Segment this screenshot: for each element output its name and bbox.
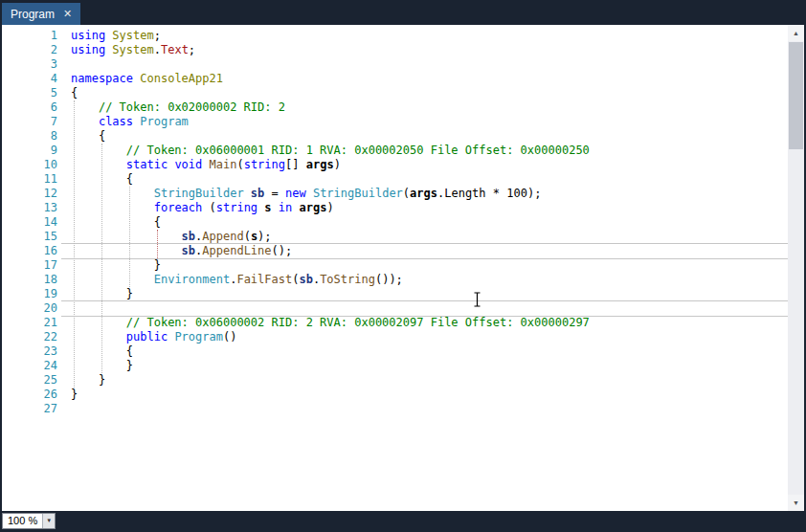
line-number: 19 [2,287,57,301]
line-number: 3 [2,57,57,72]
line-number: 1 [2,29,57,43]
code-line[interactable]: StringBuilder sb = new StringBuilder(arg… [71,187,788,201]
code-line[interactable]: { [71,86,788,100]
line-number: 2 [2,43,57,57]
code-line[interactable]: } [71,287,788,301]
line-number: 27 [2,402,57,416]
line-number-gutter: 1234567891011121314151617181920212223242… [2,29,57,416]
code-line[interactable]: namespace ConsoleApp21 [71,72,788,86]
code-line[interactable]: } [71,258,788,273]
code-line[interactable]: using System; [71,29,788,43]
code-line[interactable]: static void Main(string[] args) [71,158,788,172]
code-line[interactable]: } [71,373,788,388]
line-number: 25 [2,373,57,388]
tab-bar: Program ✕ [0,0,806,25]
vertical-scrollbar[interactable]: ▲ ▼ [788,25,804,511]
code-line[interactable]: } [71,388,788,402]
code-line[interactable]: Environment.FailFast(sb.ToString()); [71,273,788,287]
chevron-down-icon[interactable]: ▼ [42,514,55,528]
line-number: 11 [2,172,57,187]
line-number: 5 [2,86,57,100]
line-number: 13 [2,201,57,215]
scroll-down-icon[interactable]: ▼ [788,495,804,511]
code-line[interactable]: // Token: 0x06000002 RID: 2 RVA: 0x00002… [71,316,788,330]
code-line[interactable]: { [71,215,788,230]
code-line[interactable] [71,57,788,72]
code-line[interactable]: { [71,344,788,359]
status-bar: 100 % ▼ [0,511,806,532]
line-number: 4 [2,72,57,86]
line-number: 6 [2,100,57,115]
line-number: 12 [2,187,57,201]
line-number: 14 [2,215,57,230]
code-line[interactable]: // Token: 0x02000002 RID: 2 [71,100,788,115]
tab-title: Program [11,8,55,21]
line-number: 16 [2,244,57,258]
scrollbar-thumb[interactable] [789,42,803,149]
code-line[interactable]: class Program [71,115,788,129]
line-number: 22 [2,330,57,344]
line-number: 20 [2,301,57,316]
line-number: 26 [2,388,57,402]
code-line[interactable]: { [71,129,788,144]
zoom-level-value: 100 % [3,514,42,528]
code-line[interactable]: sb.Append(s); [71,230,788,244]
line-number: 8 [2,129,57,144]
line-number: 10 [2,158,57,172]
code-line[interactable]: } [71,359,788,373]
code-line[interactable]: { [71,172,788,187]
line-number: 17 [2,258,57,273]
code-line[interactable]: foreach (string s in args) [71,201,788,215]
code-line[interactable]: sb.AppendLine(); [71,244,788,258]
line-number: 21 [2,316,57,330]
line-number: 9 [2,144,57,158]
line-number: 18 [2,273,57,287]
code-line[interactable] [71,301,788,316]
zoom-dropdown[interactable]: 100 % ▼ [2,513,56,529]
line-number: 23 [2,344,57,359]
code-line[interactable]: public Program() [71,330,788,344]
line-number: 15 [2,230,57,244]
tab-program[interactable]: Program ✕ [2,3,80,25]
code-line[interactable] [71,402,788,416]
line-number: 7 [2,115,57,129]
close-icon[interactable]: ✕ [63,9,72,19]
scroll-up-icon[interactable]: ▲ [788,25,804,41]
line-number: 24 [2,359,57,373]
code-editor[interactable]: 1234567891011121314151617181920212223242… [2,25,788,511]
code-line[interactable]: // Token: 0x06000001 RID: 1 RVA: 0x00002… [71,144,788,158]
code-pane[interactable]: using System;using System.Text;namespace… [71,29,788,416]
dnspy-window: Program ✕ 123456789101112131415161718192… [0,0,806,532]
code-line[interactable]: using System.Text; [71,43,788,57]
